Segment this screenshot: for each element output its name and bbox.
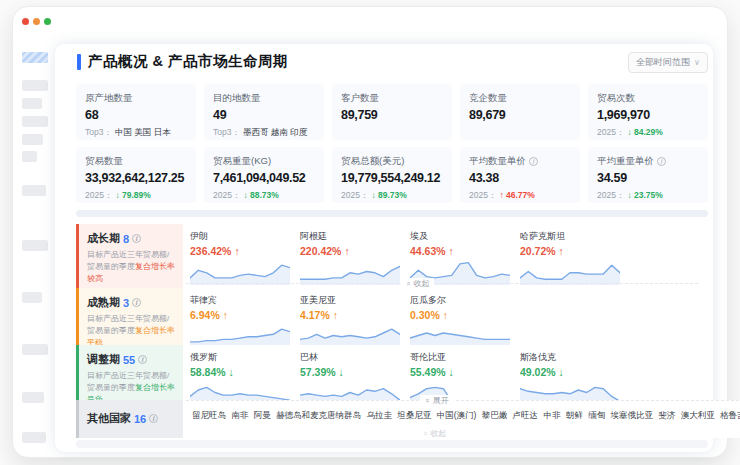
expand-divider: »展开 xyxy=(186,400,740,401)
country-growth: 4.17% ↑ xyxy=(300,309,404,321)
arrow-down-icon: ↓ xyxy=(339,366,344,378)
country-cell[interactable]: 俄罗斯 58.84% ↓ xyxy=(188,345,298,400)
arrow-up-icon: ↑ xyxy=(443,309,448,321)
info-icon[interactable]: i xyxy=(657,157,666,166)
stage-count: 3 xyxy=(123,297,129,309)
arrow-down-icon: ↓ xyxy=(243,190,247,200)
country-name: 斯洛伐克 xyxy=(520,351,624,364)
country-cell[interactable]: 伊朗 236.42% ↑ xyxy=(188,224,298,288)
country-growth: 55.49% ↓ xyxy=(410,366,514,378)
stat-value: 49 xyxy=(213,108,315,122)
stage-description: 目标产品近三年贸易额/贸易量的季度复合增长率较高 xyxy=(87,249,177,285)
country-cell[interactable]: 斯洛伐克 49.02% ↓ xyxy=(518,345,628,400)
country-cell[interactable]: 厄瓜多尔 0.30% ↑ xyxy=(408,288,518,345)
stat-value: 89,679 xyxy=(469,108,571,122)
country-name: 埃及 xyxy=(410,230,514,243)
section-divider xyxy=(76,210,708,217)
page-title: 产品概况 & 产品市场生命周期 xyxy=(88,52,288,71)
sidebar-item[interactable] xyxy=(22,185,46,196)
stat-sub-text: 墨西哥 越南 印度 xyxy=(243,127,307,137)
country-growth: 20.72% ↑ xyxy=(520,245,624,257)
stage-label-other: 其他国家16i xyxy=(76,400,183,438)
stage-row-growth: 成长期8i 目标产品近三年贸易额/贸易量的季度复合增长率较高 伊朗 236.42… xyxy=(76,224,708,288)
arrow-up-icon: ↑ xyxy=(559,245,564,257)
country-cell[interactable]: 哈萨克斯坦 20.72% ↑ xyxy=(518,224,628,288)
arrow-down-icon: ↓ xyxy=(627,190,631,200)
expand-button[interactable]: »展开 xyxy=(420,395,453,406)
stat-label: 目的地数量 xyxy=(213,92,261,105)
sidebar-item[interactable] xyxy=(22,116,48,127)
trend-value: ↓ 23.75% xyxy=(627,190,662,200)
collapse-divider: »收起 xyxy=(186,283,698,284)
stage-count: 55 xyxy=(123,354,135,366)
country-growth: 57.39% ↓ xyxy=(300,366,404,378)
maximize-window-icon[interactable] xyxy=(44,18,51,25)
stage-label-mature: 成熟期3i 目标产品近三年贸易额/贸易量的季度复合增长率平稳 xyxy=(76,288,183,345)
arrow-up-icon: ↑ xyxy=(333,309,338,321)
info-icon[interactable]: i xyxy=(529,157,538,166)
sidebar-item[interactable] xyxy=(22,392,44,403)
stat-sub-prefix: 2025： xyxy=(341,190,368,200)
trend-value: ↓ 88.73% xyxy=(243,190,278,200)
info-icon[interactable]: i xyxy=(132,298,141,307)
sidebar-item[interactable] xyxy=(22,292,42,303)
info-icon[interactable]: i xyxy=(138,355,147,364)
stat-value: 34.59 xyxy=(597,171,699,185)
stat-card-trade-amount: 贸易总额(美元) 19,779,554,249.12 2025：↓ 89.73% xyxy=(332,147,452,203)
section-header: 产品概况 & 产品市场生命周期 xyxy=(77,52,288,71)
sidebar-item[interactable] xyxy=(22,344,48,355)
arrow-down-icon: ↓ xyxy=(115,190,119,200)
stat-label: 平均重量单价 xyxy=(597,155,654,168)
stat-card-trade-count: 贸易次数 1,969,970 2025：↓ 84.29% xyxy=(588,84,708,140)
stage-row-other: 其他国家16i »展开 留尼旺岛 南非 阿曼 赫德岛和麦克唐纳群岛 乌拉圭 坦桑… xyxy=(76,400,708,438)
country-name: 俄罗斯 xyxy=(190,351,294,364)
country-cell[interactable]: 巴林 57.39% ↓ xyxy=(298,345,408,400)
arrow-up-icon: ↑ xyxy=(223,309,228,321)
stat-label: 贸易重量(KG) xyxy=(213,155,271,168)
sidebar-item[interactable] xyxy=(22,80,48,91)
stage-label-adjust: 调整期55i 目标产品近三年贸易额/贸易量的季度复合增长率呈负 xyxy=(76,345,183,400)
trend-value: ↓ 79.89% xyxy=(115,190,150,200)
bottom-scroll-track xyxy=(76,440,708,448)
country-name: 菲律宾 xyxy=(190,294,294,307)
collapse-button[interactable]: »收起 xyxy=(423,428,446,439)
stat-label: 贸易总额(美元) xyxy=(341,155,404,168)
stage-title: 成长期 xyxy=(87,231,120,246)
time-range-dropdown[interactable]: 全部时间范围 ∨ xyxy=(628,52,708,73)
stat-value: 43.38 xyxy=(469,171,571,185)
sidebar-item[interactable] xyxy=(22,98,42,109)
sparkline-chart xyxy=(520,259,620,285)
sidebar-item[interactable] xyxy=(22,151,37,162)
stat-card-trade-quantity: 贸易数量 33,932,642,127.25 2025：↓ 79.89% xyxy=(76,147,196,203)
double-chevron-down-icon: » xyxy=(423,398,432,402)
stat-label: 原产地数量 xyxy=(85,92,133,105)
country-name: 厄瓜多尔 xyxy=(410,294,514,307)
stage-title: 调整期 xyxy=(87,352,120,367)
stat-label: 竞企数量 xyxy=(469,92,507,105)
arrow-up-icon: ↑ xyxy=(234,245,239,257)
stat-sub-prefix: 2025： xyxy=(597,190,624,200)
stat-label: 贸易数量 xyxy=(85,155,123,168)
country-growth: 236.42% ↑ xyxy=(190,245,294,257)
country-cell[interactable]: 亚美尼亚 4.17% ↑ xyxy=(298,288,408,345)
info-icon[interactable]: i xyxy=(132,234,141,243)
sidebar-item[interactable] xyxy=(22,240,48,251)
info-icon[interactable]: i xyxy=(149,414,158,423)
trend-value: ↓ 89.73% xyxy=(371,190,406,200)
sidebar-item[interactable] xyxy=(22,432,46,443)
stat-card-avg-weight-price: 平均重量单价i 34.59 2025：↓ 23.75% xyxy=(588,147,708,203)
stat-sub-prefix: 2025： xyxy=(469,190,496,200)
stat-sub-prefix: 2025： xyxy=(597,127,624,137)
stage-description: 目标产品近三年贸易额/贸易量的季度复合增长率平稳 xyxy=(87,313,177,349)
stat-card-avg-quantity-price: 平均数量单价i 43.38 2025：↑ 46.77% xyxy=(460,147,580,203)
minimize-window-icon[interactable] xyxy=(33,18,40,25)
country-cell[interactable]: 哥伦比亚 55.49% ↓ xyxy=(408,345,518,400)
close-window-icon[interactable] xyxy=(22,18,29,25)
stat-card-origin-count: 原产地数量 68 Top3：中国 美国 日本 xyxy=(76,84,196,140)
stage-count: 8 xyxy=(123,233,129,245)
sidebar-item-active[interactable] xyxy=(22,52,48,63)
country-cell[interactable]: 菲律宾 6.94% ↑ xyxy=(188,288,298,345)
sidebar-item[interactable] xyxy=(22,134,43,145)
country-cell[interactable]: 阿根廷 220.42% ↑ xyxy=(298,224,408,288)
stats-grid: 原产地数量 68 Top3：中国 美国 日本 目的地数量 49 Top3：墨西哥… xyxy=(76,84,708,203)
